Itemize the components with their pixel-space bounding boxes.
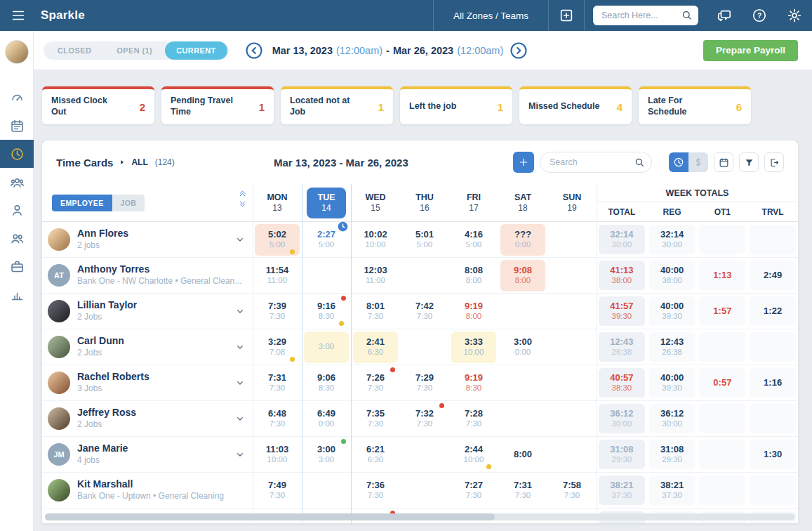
chevron-down-icon[interactable] [234,377,246,388]
employee-avatar[interactable] [48,300,70,322]
time-cell-wed[interactable]: 10:0210:00 [351,222,400,257]
user-avatar[interactable] [5,40,29,64]
time-cell-mon[interactable]: 11:0310:00 [253,437,302,472]
chevron-down-icon[interactable] [234,234,246,245]
time-cell-mon[interactable]: 11:5411:00 [253,258,302,293]
time-cell-wed[interactable]: 12:0311:00 [351,258,400,293]
time-cell-thu[interactable]: 5:015:00 [400,222,449,257]
day-header-tue[interactable]: TUE14 [302,184,351,221]
time-cell-tue[interactable] [302,473,351,508]
time-cell-tue[interactable]: 9:168:30 [302,294,351,329]
employee-avatar[interactable] [48,407,70,430]
horizontal-scrollbar[interactable] [45,513,795,520]
period-tab-current[interactable]: CURRENT [165,41,227,60]
alert-card[interactable]: Pending Travel Time1 [161,86,274,124]
sidebar-item-schedule[interactable] [0,112,34,140]
next-period-icon[interactable] [509,41,528,60]
chevron-down-icon[interactable] [234,449,246,460]
help-icon[interactable]: ? [752,8,767,23]
employee-avatar[interactable] [48,228,70,251]
time-cell-wed[interactable]: 7:367:30 [351,473,400,508]
time-cell-thu[interactable] [400,437,449,472]
time-cell-mon[interactable]: 6:487:30 [253,401,302,436]
time-cell-fri[interactable]: 7:287:30 [449,401,498,436]
time-cell-fri[interactable]: 9:198:00 [449,294,498,329]
sidebar-item-person[interactable] [0,196,34,224]
breadcrumb[interactable]: ALL [131,157,147,167]
period-tab-open-1-[interactable]: OPEN (1) [104,41,165,60]
collapse-all-icon[interactable] [238,188,247,197]
time-cell-sat[interactable]: 8:00 [498,437,547,472]
sidebar-item-reports[interactable] [0,280,34,308]
time-cell-sun[interactable] [547,365,597,400]
time-cell-sun[interactable] [547,294,597,329]
zones-teams-selector[interactable]: All Zones / Teams [434,11,548,21]
day-header-mon[interactable]: MON13 [253,184,302,221]
sidebar-item-jobs[interactable] [0,252,34,280]
sidebar-item-teams[interactable] [0,168,34,196]
day-header-sat[interactable]: SAT18 [498,184,547,221]
time-cell-tue[interactable]: 3:003:00 [302,437,351,472]
time-cell-sat[interactable] [498,365,547,400]
money-view-button[interactable] [688,152,708,172]
time-cell-thu[interactable] [400,473,449,508]
time-cell-sat[interactable]: 9:088:00 [498,258,547,293]
time-cell-tue[interactable]: 6:490:00 [302,401,351,436]
time-cell-mon[interactable]: 7:317:30 [253,365,302,400]
time-cell-thu[interactable]: 7:427:30 [400,294,449,329]
time-cell-sun[interactable] [547,222,597,257]
filter-button[interactable] [739,152,759,172]
time-cell-sun[interactable] [547,437,597,472]
sidebar-item-dashboard[interactable] [0,84,34,112]
time-cell-fri[interactable]: 3:3310:00 [449,329,498,365]
time-cell-sat[interactable]: 3:000:00 [498,329,547,365]
time-cell-fri[interactable]: 7:277:30 [449,473,498,508]
prepare-payroll-button[interactable]: Prepare Payroll [703,40,798,61]
settings-gear-icon[interactable] [787,8,802,23]
time-cell-fri[interactable]: 8:088:00 [449,258,498,293]
time-cell-fri[interactable]: 2:4410:00 [449,437,498,472]
export-button[interactable] [764,152,784,172]
time-cell-wed[interactable]: 8:017:30 [351,294,400,329]
employee-avatar[interactable] [48,479,70,501]
time-cell-wed[interactable]: 2:416:30 [351,329,400,365]
day-header-thu[interactable]: THU16 [400,184,449,221]
time-cell-fri[interactable]: 4:165:00 [449,222,498,257]
chevron-down-icon[interactable] [234,306,246,317]
time-cell-fri[interactable]: 9:198:30 [449,365,498,400]
job-view-tab[interactable]: JOB [112,195,145,211]
add-time-card-button[interactable] [513,152,534,173]
time-cell-tue[interactable]: 9:068:30 [302,365,351,400]
time-cell-wed[interactable]: 7:267:30 [351,365,400,400]
day-header-wed[interactable]: WED15 [351,184,400,221]
time-cell-sat[interactable] [498,294,547,329]
messages-icon[interactable] [717,8,732,23]
sidebar-item-timecards[interactable] [0,140,34,168]
time-cell-tue[interactable] [302,258,351,293]
time-cell-tue[interactable]: 3:00 [302,329,351,365]
employee-view-tab[interactable]: EMPLOYEE [52,195,112,211]
alert-card[interactable]: Missed Schedule4 [519,86,632,124]
time-cell-sat[interactable]: ???0:00 [498,222,547,257]
chevron-down-icon[interactable] [234,413,246,424]
time-cell-thu[interactable]: 7:297:30 [400,365,449,400]
calendar-view-button[interactable] [714,152,733,172]
alert-card[interactable]: Late For Schedule6 [639,86,751,124]
expand-all-icon[interactable] [238,200,247,209]
search-icon[interactable] [634,157,645,168]
alert-card[interactable]: Missed Clock Out2 [42,86,154,124]
period-tab-closed[interactable]: CLOSED [45,41,104,60]
scrollbar-thumb[interactable] [45,513,495,520]
time-cell-mon[interactable]: 7:497:30 [253,473,302,508]
time-cell-thu[interactable] [400,329,449,365]
time-cell-mon[interactable]: 7:397:30 [253,294,302,329]
quick-add-icon[interactable] [559,8,574,23]
time-cell-wed[interactable]: 6:216:30 [351,437,400,472]
time-cell-sun[interactable]: 7:587:30 [547,473,597,508]
sidebar-item-users[interactable] [0,224,34,252]
alert-card[interactable]: Located not at Job1 [281,86,393,124]
time-cell-sun[interactable] [547,401,597,436]
search-icon[interactable] [681,9,693,21]
day-header-sun[interactable]: SUN19 [547,184,597,221]
employee-avatar[interactable] [48,372,70,394]
